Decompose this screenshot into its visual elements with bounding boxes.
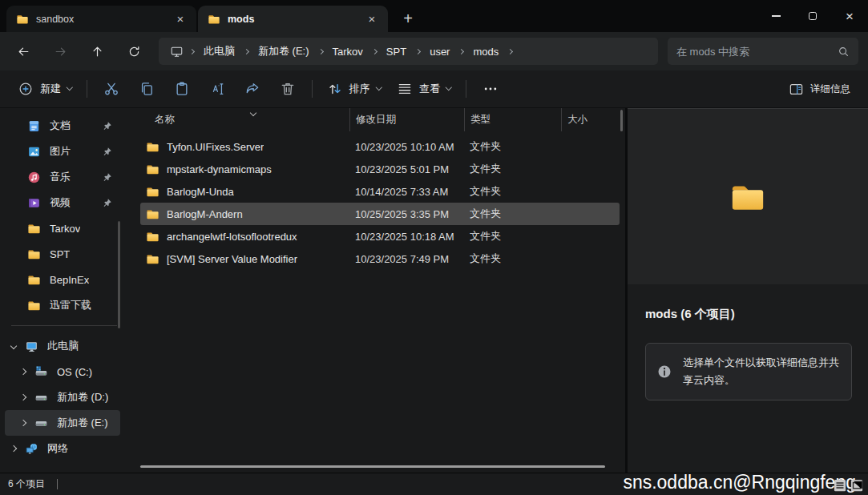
table-row[interactable]: mpstark-dynamicmaps 10/23/2025 5:01 PM 文… <box>140 158 620 180</box>
forward-button[interactable] <box>46 38 74 65</box>
column-header-modified[interactable]: 修改日期 <box>349 108 464 131</box>
column-header-size[interactable]: 大小 <box>561 108 620 131</box>
tab-bar: sandbox × mods × + × <box>0 0 868 32</box>
back-button[interactable] <box>10 38 37 65</box>
folder-icon <box>146 185 159 199</box>
sidebar-item-drive-c[interactable]: OS (C:) <box>5 359 120 384</box>
refresh-icon <box>127 45 141 58</box>
breadcrumb-drive-e[interactable]: 新加卷 (E:) <box>251 41 317 62</box>
search-icon <box>838 46 850 58</box>
share-button[interactable] <box>235 75 270 103</box>
chevron-right-icon[interactable] <box>10 445 17 452</box>
sidebar-item-pictures[interactable]: 图片 <box>5 139 120 164</box>
address-bar[interactable]: 此电脑 新加卷 (E:) Tarkov SPT user mods <box>159 38 658 65</box>
drive-icon <box>34 417 48 430</box>
breadcrumb-this-pc[interactable]: 此电脑 <box>196 41 242 62</box>
file-modified: 10/23/2025 5:01 PM <box>349 163 464 175</box>
sidebar-item-label: 新加卷 (E:) <box>57 416 108 430</box>
minimize-icon <box>772 15 781 17</box>
view-button[interactable]: 查看 <box>389 75 459 103</box>
sidebar-item-label: 视频 <box>50 195 71 210</box>
sidebar-item-this-pc[interactable]: 此电脑 <box>5 333 120 359</box>
close-icon: × <box>846 10 854 23</box>
maximize-button[interactable] <box>794 0 831 32</box>
chevron-down-icon[interactable] <box>10 343 17 349</box>
chevron-right-icon[interactable] <box>20 420 26 426</box>
paste-button[interactable] <box>164 75 200 103</box>
sidebar-item-videos[interactable]: 视频 <box>5 190 120 215</box>
breadcrumb-separator <box>189 48 195 54</box>
clipboard-icon <box>174 81 190 97</box>
minimize-button[interactable] <box>757 0 794 32</box>
sidebar-item-drive-d[interactable]: 新加卷 (D:) <box>5 384 120 410</box>
thumbnail-view-icon[interactable] <box>850 478 864 493</box>
breadcrumb-tarkov[interactable]: Tarkov <box>325 41 370 62</box>
copy-button[interactable] <box>129 75 164 103</box>
rename-button[interactable] <box>200 75 235 103</box>
sidebar-scrollbar[interactable] <box>118 221 120 328</box>
column-header-name[interactable]: 名称 <box>140 108 349 131</box>
up-button[interactable] <box>83 38 111 65</box>
chevron-right-icon[interactable] <box>20 368 26 375</box>
ellipsis-icon <box>482 81 499 97</box>
sidebar-item-music[interactable]: 音乐 <box>5 164 120 190</box>
folder-icon <box>146 252 159 266</box>
breadcrumb-separator <box>507 48 513 54</box>
delete-button[interactable] <box>270 75 305 103</box>
new-tab-button[interactable]: + <box>396 6 420 30</box>
share-icon <box>244 81 260 97</box>
more-options-button[interactable] <box>473 75 508 103</box>
column-header-type[interactable]: 类型 <box>464 108 561 131</box>
file-modified: 10/23/2025 7:49 PM <box>349 253 464 265</box>
new-button-label: 新建 <box>40 82 61 96</box>
sidebar-item-label: 文档 <box>50 119 71 133</box>
sidebar-item-tarkov[interactable]: Tarkov <box>5 215 120 241</box>
sidebar-item-label: Tarkov <box>50 223 80 235</box>
breadcrumb-spt[interactable]: SPT <box>379 41 414 62</box>
file-rows: Tyfon.UIFixes.Server 10/23/2025 10:10 AM… <box>128 131 625 270</box>
cut-button[interactable] <box>94 75 129 103</box>
sort-button-label: 排序 <box>349 82 370 96</box>
refresh-button[interactable] <box>120 38 147 65</box>
sidebar-item-label: 音乐 <box>50 170 71 184</box>
tab-close-icon[interactable]: × <box>362 10 382 29</box>
table-row[interactable]: archangelwtf-lotsoflootredux 10/23/2025 … <box>140 225 620 248</box>
table-row-selected[interactable]: BarlogM-Andern 10/25/2025 3:35 PM 文件夹 <box>140 203 620 225</box>
sort-button[interactable]: 排序 <box>319 75 390 103</box>
window-controls: × <box>757 0 868 32</box>
pin-icon <box>102 121 112 131</box>
sidebar-item-spt[interactable]: SPT <box>5 241 120 267</box>
table-row[interactable]: [SVM] Server Value Modifier 10/23/2025 7… <box>140 248 620 270</box>
chevron-down-icon <box>67 84 73 91</box>
close-button[interactable]: × <box>831 0 868 32</box>
sidebar-item-documents[interactable]: 文档 <box>5 113 120 139</box>
network-icon <box>25 442 38 456</box>
sidebar-item-thunder-download[interactable]: 迅雷下载 <box>5 292 120 318</box>
details-view-icon[interactable] <box>833 478 847 493</box>
sidebar-item-drive-e[interactable]: 新加卷 (E:) <box>5 410 120 436</box>
breadcrumb-mods[interactable]: mods <box>466 41 506 62</box>
chevron-down-icon <box>375 84 382 91</box>
pin-icon <box>102 172 112 183</box>
watermark-text: sns.oddba.cn@Rngqingfeng <box>623 472 856 493</box>
arrow-right-icon <box>54 45 67 58</box>
folder-icon <box>16 13 29 26</box>
new-button[interactable]: 新建 <box>10 75 80 103</box>
file-type: 文件夹 <box>464 207 561 221</box>
tab-close-icon[interactable]: × <box>171 10 190 29</box>
sidebar-item-network[interactable]: 网络 <box>5 436 120 461</box>
documents-icon <box>27 119 41 133</box>
table-row[interactable]: BarlogM-Unda 10/14/2025 7:33 AM 文件夹 <box>140 180 620 203</box>
table-row[interactable]: Tyfon.UIFixes.Server 10/23/2025 10:10 AM… <box>140 135 620 158</box>
chevron-right-icon[interactable] <box>20 394 26 400</box>
vertical-scrollbar[interactable] <box>620 110 623 131</box>
tab-sandbox[interactable]: sandbox × <box>6 6 196 32</box>
breadcrumb-user[interactable]: user <box>422 41 457 62</box>
tab-mods[interactable]: mods × <box>198 6 388 32</box>
sidebar-item-bepinex[interactable]: BepInEx <box>5 267 120 292</box>
sidebar-divider <box>11 325 117 326</box>
rename-icon <box>209 81 225 97</box>
search-input[interactable] <box>676 46 838 58</box>
details-pane-toggle[interactable]: 详细信息 <box>781 75 858 103</box>
horizontal-scrollbar[interactable] <box>140 465 605 468</box>
